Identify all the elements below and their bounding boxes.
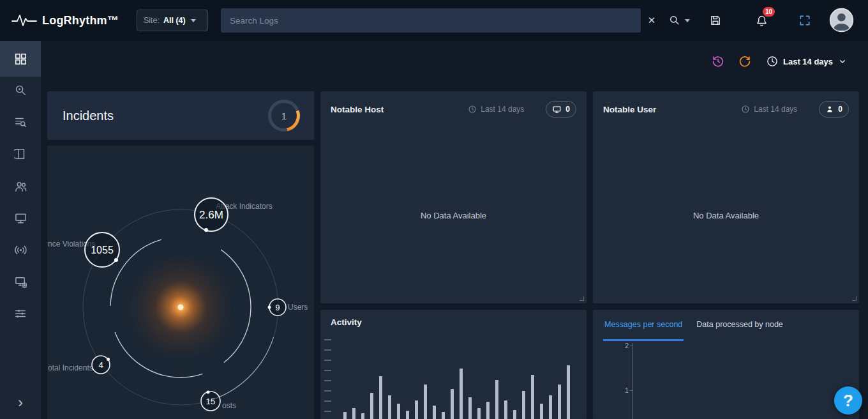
notable-user-card: Notable User Last 14 days 0 No Data Avai…	[593, 91, 859, 303]
activity-bar	[558, 385, 561, 419]
notable-host-card: Notable Host Last 14 days 0 No Data Avai…	[320, 91, 587, 303]
user-avatar[interactable]	[829, 8, 854, 33]
y-tick-mark	[630, 346, 633, 346]
activity-bar	[522, 391, 525, 419]
orbit-label: Users	[288, 303, 308, 312]
activity-axis-dash	[324, 370, 331, 371]
sidebar-item-entities[interactable]	[0, 170, 41, 202]
broadcast-icon	[14, 243, 27, 257]
site-value: All (4)	[163, 16, 186, 25]
orbit-label: otal Incidents	[48, 363, 93, 372]
monitor-icon	[552, 105, 562, 114]
notable-user-title: Notable User	[603, 105, 656, 114]
sidebar-item-network-monitor[interactable]	[0, 234, 41, 266]
orbit-center-dot	[178, 305, 184, 310]
refresh-button[interactable]	[738, 51, 752, 72]
sidebar-item-searches[interactable]	[0, 106, 41, 138]
history-restore-button[interactable]	[711, 51, 725, 72]
topbar: LogRhythm™ Site: All (4) ✕	[0, 0, 868, 41]
activity-bar	[424, 385, 427, 419]
incidents-gauge-value: 1	[271, 103, 297, 128]
search-options-button[interactable]	[664, 0, 694, 41]
notable-user-header: Notable User Last 14 days 0	[593, 91, 859, 127]
orbit-node-dot	[268, 306, 271, 309]
fullscreen-button[interactable]	[793, 0, 817, 41]
svg-text:2.6M: 2.6M	[199, 209, 223, 221]
activity-bars	[343, 330, 580, 419]
throughput-card: Messages per second Data processed by no…	[593, 310, 859, 419]
activity-bar	[343, 412, 347, 419]
activity-bar	[531, 375, 534, 419]
resize-handle-icon[interactable]	[852, 296, 857, 301]
y-tick-label: 2	[617, 342, 629, 349]
analyze-search-icon	[14, 84, 27, 96]
activity-bar	[433, 406, 436, 419]
incidents-title: Incidents	[63, 109, 114, 123]
svg-text:15: 15	[206, 397, 215, 406]
orbit-node-hosts[interactable]: 15	[201, 391, 220, 411]
site-selector[interactable]: Site: All (4)	[137, 10, 208, 31]
activity-bar	[406, 411, 409, 419]
refresh-icon	[738, 54, 752, 68]
orbit-node-attack-indicators[interactable]: 2.6M	[195, 198, 228, 232]
activity-axis-dash	[324, 400, 331, 402]
orbit-node-dot	[114, 258, 118, 262]
chevron-down-icon	[191, 19, 196, 22]
chevron-right-icon: ›	[18, 393, 23, 411]
sidebar-expand-button[interactable]: ›	[0, 390, 41, 415]
logrhythm-pulse-icon	[11, 12, 37, 29]
orbit-node-compliance-violations[interactable]: 1055	[85, 232, 119, 267]
activity-bar	[352, 408, 355, 419]
resize-handle-icon[interactable]	[580, 296, 584, 301]
avatar-person-icon	[829, 8, 854, 33]
notable-host-count-pill[interactable]: 0	[546, 101, 576, 118]
orbit-node-users[interactable]: 9	[268, 299, 287, 316]
orbit-node-dot	[207, 391, 210, 394]
incident-orbit-card: Attack Indicators nce Violations Users o…	[47, 146, 314, 419]
notable-host-empty-text: No Data Available	[320, 127, 587, 303]
sidebar-item-administration[interactable]	[0, 298, 41, 330]
incidents-gauge: 1	[268, 100, 300, 132]
sidebar-item-cases[interactable]	[0, 138, 41, 170]
sidebar-item-hosts[interactable]	[0, 202, 41, 234]
activity-axis-dash	[324, 339, 331, 340]
activity-title: Activity	[331, 317, 362, 327]
time-range-selector[interactable]: Last 14 days	[766, 51, 848, 72]
activity-bar	[513, 410, 516, 419]
close-icon: ✕	[648, 15, 656, 26]
clear-search-button[interactable]: ✕	[642, 0, 661, 41]
sidebar: ›	[0, 41, 41, 419]
site-label: Site:	[144, 16, 160, 25]
tab-messages-per-second[interactable]: Messages per second	[603, 310, 684, 341]
app-root: LogRhythm™ Site: All (4) ✕	[0, 0, 868, 419]
activity-bar	[495, 380, 498, 419]
activity-bar	[460, 369, 463, 419]
save-search-button[interactable]	[703, 0, 728, 41]
activity-axis-dash	[324, 390, 331, 392]
orbit-node-dot	[107, 358, 110, 361]
activity-bar	[504, 400, 507, 419]
notable-user-count-pill[interactable]: 0	[819, 101, 849, 118]
person-icon	[825, 105, 834, 114]
deployment-monitor-icon	[14, 275, 27, 289]
sidebar-item-deployment-monitor[interactable]	[0, 266, 41, 298]
notifications-button[interactable]: 10	[749, 0, 774, 41]
sidebar-item-dashboards[interactable]	[0, 41, 41, 77]
casebook-icon	[14, 148, 27, 160]
activity-card: Activity	[320, 310, 587, 419]
activity-bar	[540, 404, 543, 419]
chevron-down-icon	[837, 56, 848, 66]
tab-data-processed-by-node[interactable]: Data processed by node	[695, 310, 784, 341]
activity-bar	[477, 408, 481, 419]
help-button[interactable]: ?	[834, 386, 862, 415]
activity-bar	[415, 400, 418, 419]
sliders-icon	[14, 307, 27, 320]
activity-bar	[370, 393, 373, 419]
notable-user-range: Last 14 days	[741, 105, 797, 114]
logrhythm-logo[interactable]: LogRhythm™	[11, 0, 119, 41]
notable-host-range: Last 14 days	[468, 105, 524, 114]
sidebar-item-analyze[interactable]	[0, 74, 41, 106]
search-logs-input[interactable]	[221, 8, 641, 33]
orbit-node-total-incidents[interactable]: 4	[92, 356, 110, 374]
notification-badge: 10	[763, 7, 775, 17]
